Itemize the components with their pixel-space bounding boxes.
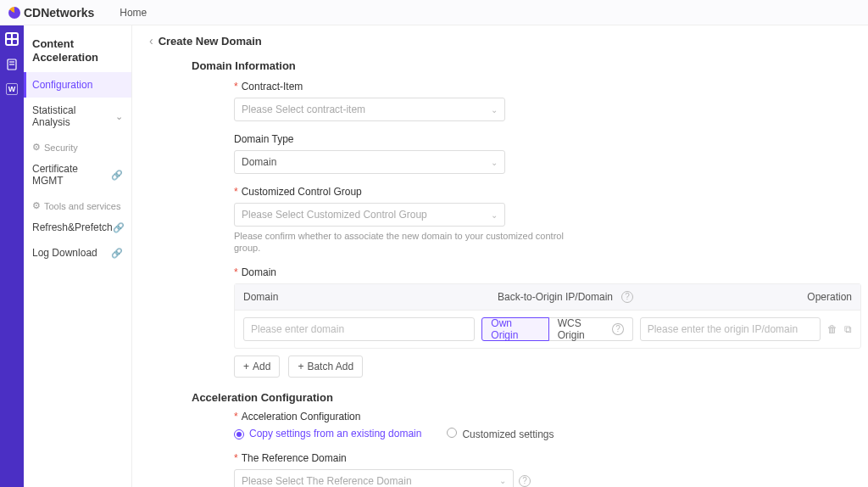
row-operations: 🗑 ⧉ (827, 323, 852, 335)
sidebar-item-label: Statistical Analysis (32, 104, 115, 128)
icon-sidebar: W (0, 25, 24, 487)
radio-customized[interactable]: Customized settings (447, 428, 554, 440)
gear-icon: ⚙ (32, 200, 41, 211)
radio-icon (234, 429, 244, 439)
svg-rect-2 (7, 40, 11, 44)
back-chevron-icon[interactable]: ‹ (149, 34, 153, 48)
sidebar-item-statistical-analysis[interactable]: Statistical Analysis ⌄ (24, 98, 131, 135)
sidebar-item-configuration[interactable]: Configuration (24, 72, 131, 98)
add-button[interactable]: +Add (234, 355, 280, 378)
info-icon[interactable]: ? (621, 291, 633, 303)
col-operation: Operation (793, 291, 852, 303)
svg-rect-3 (13, 40, 17, 44)
select-ccg[interactable]: Please Select Customized Control Group ⌄ (234, 203, 505, 227)
info-icon[interactable]: ? (519, 475, 531, 487)
sidebar: Content Acceleration Configuration Stati… (24, 25, 132, 487)
svg-rect-0 (7, 34, 11, 38)
brand-logo: CDNetworks (8, 6, 94, 20)
page-header: ‹ Create New Domain (149, 34, 851, 54)
topbar: CDNetworks Home (0, 0, 868, 25)
sidebar-item-label: Refresh&Prefetch (32, 221, 113, 233)
plus-icon: + (298, 361, 303, 372)
radio-icon (447, 428, 457, 438)
chevron-down-icon: ⌄ (491, 158, 498, 167)
sidebar-item-label: Configuration (32, 79, 92, 91)
sidebar-heading-security: ⚙ Security (24, 135, 131, 156)
select-domain-type[interactable]: Domain ⌄ (234, 150, 505, 174)
chevron-down-icon: ⌄ (115, 111, 123, 122)
select-placeholder: Please Select The Reference Domain (242, 475, 412, 487)
logo-icon (8, 7, 20, 19)
origin-type-toggle: Own Origin WCS Origin ? (481, 317, 632, 341)
doc-icon[interactable] (5, 58, 19, 71)
sidebar-item-label: Log Download (32, 247, 97, 259)
sidebar-item-log-download[interactable]: Log Download 🔗 (24, 240, 131, 266)
select-reference-domain[interactable]: Please Select The Reference Domain ⌄ (234, 469, 514, 487)
plus-icon: + (243, 361, 249, 372)
info-icon[interactable]: ? (612, 323, 623, 335)
sidebar-title: Content Acceleration (24, 32, 131, 72)
col-origin: Back-to-Origin IP/Domain ? (498, 291, 793, 303)
chevron-down-icon: ⌄ (491, 210, 498, 220)
batch-add-button[interactable]: +Batch Add (288, 355, 363, 378)
apps-icon[interactable] (5, 32, 19, 46)
table-header: Domain Back-to-Origin IP/Domain ? Operat… (235, 284, 860, 311)
pill-own-origin[interactable]: Own Origin (481, 317, 548, 341)
sidebar-item-refresh[interactable]: Refresh&Prefetch 🔗 (24, 215, 131, 240)
select-placeholder: Please Select contract-item (242, 104, 365, 115)
accel-radio-group: Copy settings from an existing domain Cu… (234, 428, 851, 440)
section-accel-config: Acceleration Configuration (192, 391, 851, 404)
domain-input[interactable] (243, 317, 475, 341)
page-title: Create New Domain (159, 35, 262, 48)
nav-home-link[interactable]: Home (120, 7, 147, 19)
pill-wcs-origin[interactable]: WCS Origin ? (549, 317, 633, 341)
sidebar-item-certificate[interactable]: Certificate MGMT 🔗 (24, 156, 131, 193)
label-ref-domain: *The Reference Domain (234, 452, 851, 464)
origin-input[interactable] (640, 317, 821, 341)
select-contract-item[interactable]: Please Select contract-item ⌄ (234, 98, 505, 121)
delete-icon[interactable]: 🗑 (827, 323, 837, 335)
link-icon: 🔗 (113, 222, 125, 233)
table-row: Own Origin WCS Origin ? 🗑 ⧉ (235, 311, 860, 348)
label-accel-config: *Acceleration Configuration (234, 411, 851, 423)
link-icon: 🔗 (111, 248, 123, 259)
sidebar-heading-tools: ⚙ Tools and services (24, 193, 131, 215)
select-value: Domain (242, 156, 276, 168)
col-domain: Domain (243, 291, 498, 303)
select-placeholder: Please Select Customized Control Group (242, 209, 427, 221)
link-icon: 🔗 (111, 170, 123, 181)
label-domain: *Domain (234, 266, 851, 278)
sidebar-item-label: Certificate MGMT (32, 163, 111, 187)
w-icon[interactable]: W (6, 83, 18, 95)
help-ccg: Please confirm whether to associate the … (234, 230, 590, 255)
section-domain-info: Domain Information (192, 59, 851, 72)
copy-icon[interactable]: ⧉ (844, 323, 852, 335)
label-contract-item: *Contract-Item (234, 81, 851, 92)
gear-icon: ⚙ (32, 142, 41, 153)
svg-rect-1 (13, 34, 17, 38)
main-content: ‹ Create New Domain Domain Information *… (132, 25, 868, 487)
domain-table: Domain Back-to-Origin IP/Domain ? Operat… (234, 283, 861, 349)
chevron-down-icon: ⌄ (491, 105, 498, 115)
brand-name: CDNetworks (24, 6, 94, 20)
label-domain-type: Domain Type (234, 133, 851, 145)
radio-copy-settings[interactable]: Copy settings from an existing domain (234, 428, 421, 439)
chevron-down-icon: ⌄ (499, 476, 506, 485)
label-ccg: *Customized Control Group (234, 186, 851, 198)
